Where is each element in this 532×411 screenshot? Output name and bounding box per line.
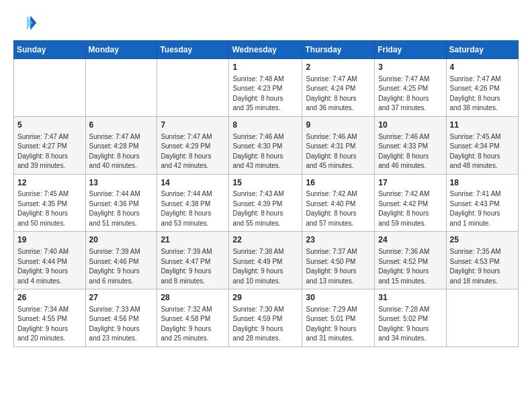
calendar-cell: 21Sunrise: 7:39 AM Sunset: 4:47 PM Dayli… <box>157 232 229 289</box>
day-info: Sunrise: 7:35 AM Sunset: 4:53 PM Dayligh… <box>450 247 515 286</box>
logo-icon <box>13 11 38 35</box>
day-number: 25 <box>450 234 515 246</box>
calendar-body: 1Sunrise: 7:48 AM Sunset: 4:23 PM Daylig… <box>14 59 519 347</box>
calendar-cell <box>157 59 229 117</box>
calendar-cell: 5Sunrise: 7:47 AM Sunset: 4:27 PM Daylig… <box>14 116 86 174</box>
day-number: 24 <box>378 234 442 246</box>
day-number: 1 <box>232 62 298 73</box>
calendar-cell: 9Sunrise: 7:46 AM Sunset: 4:31 PM Daylig… <box>302 116 375 174</box>
calendar-cell: 8Sunrise: 7:46 AM Sunset: 4:30 PM Daylig… <box>229 116 302 174</box>
calendar-cell: 2Sunrise: 7:47 AM Sunset: 4:24 PM Daylig… <box>302 59 375 117</box>
calendar-cell: 19Sunrise: 7:40 AM Sunset: 4:44 PM Dayli… <box>14 232 86 289</box>
day-number: 30 <box>306 292 371 304</box>
calendar-week-row: 1Sunrise: 7:48 AM Sunset: 4:23 PM Daylig… <box>14 59 519 117</box>
calendar-cell: 20Sunrise: 7:39 AM Sunset: 4:46 PM Dayli… <box>85 232 157 289</box>
calendar-cell: 14Sunrise: 7:44 AM Sunset: 4:38 PM Dayli… <box>157 174 229 232</box>
day-info: Sunrise: 7:32 AM Sunset: 4:58 PM Dayligh… <box>161 305 225 344</box>
day-info: Sunrise: 7:45 AM Sunset: 4:34 PM Dayligh… <box>450 132 515 171</box>
day-of-week-header: Saturday <box>446 41 518 59</box>
day-info: Sunrise: 7:29 AM Sunset: 5:01 PM Dayligh… <box>306 305 371 344</box>
calendar-cell <box>446 289 518 347</box>
days-of-week-row: SundayMondayTuesdayWednesdayThursdayFrid… <box>14 41 519 59</box>
calendar-cell: 13Sunrise: 7:44 AM Sunset: 4:36 PM Dayli… <box>85 174 157 232</box>
day-number: 19 <box>17 234 82 246</box>
calendar-cell: 11Sunrise: 7:45 AM Sunset: 4:34 PM Dayli… <box>446 116 518 174</box>
day-of-week-header: Wednesday <box>229 41 302 59</box>
calendar-cell: 29Sunrise: 7:30 AM Sunset: 4:59 PM Dayli… <box>229 289 302 347</box>
calendar-header: SundayMondayTuesdayWednesdayThursdayFrid… <box>14 41 519 59</box>
day-of-week-header: Thursday <box>302 41 375 59</box>
day-info: Sunrise: 7:42 AM Sunset: 4:40 PM Dayligh… <box>306 189 371 228</box>
calendar-cell: 12Sunrise: 7:45 AM Sunset: 4:35 PM Dayli… <box>14 174 86 232</box>
day-number: 29 <box>232 292 298 304</box>
day-number: 17 <box>378 177 442 189</box>
calendar-cell: 15Sunrise: 7:43 AM Sunset: 4:39 PM Dayli… <box>229 174 302 232</box>
calendar-cell: 22Sunrise: 7:38 AM Sunset: 4:49 PM Dayli… <box>229 232 302 289</box>
calendar-week-row: 5Sunrise: 7:47 AM Sunset: 4:27 PM Daylig… <box>14 116 519 174</box>
day-info: Sunrise: 7:46 AM Sunset: 4:33 PM Dayligh… <box>378 132 442 171</box>
day-info: Sunrise: 7:46 AM Sunset: 4:31 PM Dayligh… <box>306 132 371 171</box>
day-info: Sunrise: 7:39 AM Sunset: 4:46 PM Dayligh… <box>89 247 154 286</box>
calendar-cell: 24Sunrise: 7:36 AM Sunset: 4:52 PM Dayli… <box>375 232 446 289</box>
calendar-cell: 18Sunrise: 7:41 AM Sunset: 4:43 PM Dayli… <box>446 174 518 232</box>
day-number: 10 <box>378 120 442 131</box>
day-number: 26 <box>17 292 82 304</box>
calendar-cell: 23Sunrise: 7:37 AM Sunset: 4:50 PM Dayli… <box>302 232 375 289</box>
day-info: Sunrise: 7:41 AM Sunset: 4:43 PM Dayligh… <box>450 189 515 228</box>
day-info: Sunrise: 7:38 AM Sunset: 4:49 PM Dayligh… <box>232 247 298 286</box>
calendar-cell: 17Sunrise: 7:42 AM Sunset: 4:42 PM Dayli… <box>375 174 446 232</box>
day-number: 22 <box>232 234 298 246</box>
day-info: Sunrise: 7:30 AM Sunset: 4:59 PM Dayligh… <box>232 305 298 344</box>
header <box>13 11 519 35</box>
day-info: Sunrise: 7:34 AM Sunset: 4:55 PM Dayligh… <box>17 305 82 344</box>
calendar-week-row: 12Sunrise: 7:45 AM Sunset: 4:35 PM Dayli… <box>14 174 519 232</box>
day-info: Sunrise: 7:48 AM Sunset: 4:23 PM Dayligh… <box>232 75 298 113</box>
day-number: 8 <box>232 120 298 131</box>
day-number: 15 <box>232 177 298 189</box>
day-info: Sunrise: 7:47 AM Sunset: 4:24 PM Dayligh… <box>306 75 371 113</box>
day-number: 5 <box>17 120 82 131</box>
day-info: Sunrise: 7:36 AM Sunset: 4:52 PM Dayligh… <box>378 247 442 286</box>
calendar-cell: 31Sunrise: 7:28 AM Sunset: 5:02 PM Dayli… <box>375 289 446 347</box>
day-number: 16 <box>306 177 371 189</box>
day-number: 23 <box>306 234 371 246</box>
day-info: Sunrise: 7:33 AM Sunset: 4:56 PM Dayligh… <box>89 305 154 344</box>
day-info: Sunrise: 7:42 AM Sunset: 4:42 PM Dayligh… <box>378 189 442 228</box>
calendar-table: SundayMondayTuesdayWednesdayThursdayFrid… <box>13 40 519 347</box>
day-info: Sunrise: 7:47 AM Sunset: 4:25 PM Dayligh… <box>378 75 442 113</box>
day-number: 20 <box>89 234 154 246</box>
day-of-week-header: Tuesday <box>157 41 229 59</box>
day-number: 9 <box>306 120 371 131</box>
day-info: Sunrise: 7:47 AM Sunset: 4:26 PM Dayligh… <box>450 75 515 113</box>
day-info: Sunrise: 7:40 AM Sunset: 4:44 PM Dayligh… <box>17 247 82 286</box>
day-number: 27 <box>89 292 154 304</box>
calendar-cell: 1Sunrise: 7:48 AM Sunset: 4:23 PM Daylig… <box>229 59 302 117</box>
day-of-week-header: Friday <box>375 41 446 59</box>
calendar-cell: 10Sunrise: 7:46 AM Sunset: 4:33 PM Dayli… <box>375 116 446 174</box>
day-number: 31 <box>378 292 442 304</box>
day-info: Sunrise: 7:37 AM Sunset: 4:50 PM Dayligh… <box>306 247 371 286</box>
calendar-cell: 27Sunrise: 7:33 AM Sunset: 4:56 PM Dayli… <box>85 289 157 347</box>
calendar-cell: 4Sunrise: 7:47 AM Sunset: 4:26 PM Daylig… <box>446 59 518 117</box>
day-number: 2 <box>306 62 371 73</box>
calendar-cell: 28Sunrise: 7:32 AM Sunset: 4:58 PM Dayli… <box>157 289 229 347</box>
day-number: 21 <box>161 234 225 246</box>
calendar-cell: 16Sunrise: 7:42 AM Sunset: 4:40 PM Dayli… <box>302 174 375 232</box>
logo <box>13 11 42 35</box>
day-info: Sunrise: 7:47 AM Sunset: 4:28 PM Dayligh… <box>89 132 154 171</box>
day-number: 13 <box>89 177 154 189</box>
day-info: Sunrise: 7:28 AM Sunset: 5:02 PM Dayligh… <box>378 305 442 344</box>
calendar-cell <box>14 59 86 117</box>
page: SundayMondayTuesdayWednesdayThursdayFrid… <box>0 0 532 355</box>
day-info: Sunrise: 7:44 AM Sunset: 4:38 PM Dayligh… <box>161 189 225 228</box>
day-number: 4 <box>450 62 515 73</box>
day-number: 6 <box>89 120 154 131</box>
calendar-cell: 3Sunrise: 7:47 AM Sunset: 4:25 PM Daylig… <box>375 59 446 117</box>
day-info: Sunrise: 7:39 AM Sunset: 4:47 PM Dayligh… <box>161 247 225 286</box>
day-info: Sunrise: 7:47 AM Sunset: 4:27 PM Dayligh… <box>17 132 82 171</box>
day-info: Sunrise: 7:47 AM Sunset: 4:29 PM Dayligh… <box>161 132 225 171</box>
day-number: 18 <box>450 177 515 189</box>
calendar-week-row: 19Sunrise: 7:40 AM Sunset: 4:44 PM Dayli… <box>14 232 519 289</box>
calendar-cell: 6Sunrise: 7:47 AM Sunset: 4:28 PM Daylig… <box>85 116 157 174</box>
day-number: 28 <box>161 292 225 304</box>
